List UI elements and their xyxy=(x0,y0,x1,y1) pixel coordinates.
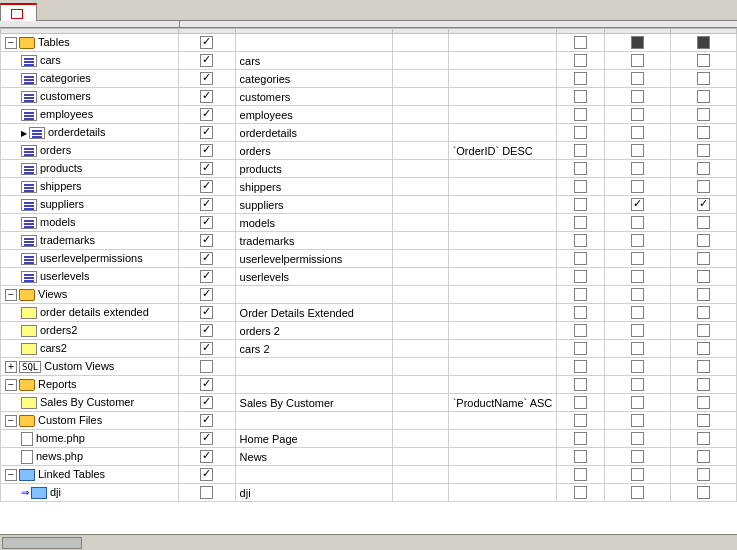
inline-add-cell xyxy=(604,268,670,286)
name-cell[interactable]: orders2 xyxy=(1,322,179,340)
inline-copy-cell xyxy=(670,124,736,142)
inline-copy-cell xyxy=(670,448,736,466)
inline-copy-cell xyxy=(670,394,736,412)
row-label: Tables xyxy=(38,36,70,48)
default-cell xyxy=(557,124,605,142)
caption-cell: trademarks xyxy=(235,232,392,250)
name-cell[interactable]: orders xyxy=(1,142,179,160)
table-row: −Reports xyxy=(1,376,737,394)
view-icon xyxy=(21,307,37,319)
tree-toggle[interactable]: + xyxy=(5,361,17,373)
caption-cell xyxy=(235,358,392,376)
name-cell[interactable]: userlevels xyxy=(1,268,179,286)
name-cell[interactable]: shippers xyxy=(1,178,179,196)
inline-add-cell xyxy=(604,358,670,376)
caption-cell: Order Details Extended xyxy=(235,304,392,322)
inline-copy-cell xyxy=(670,340,736,358)
table-row: userlevelpermissionsuserlevelpermissions xyxy=(1,250,737,268)
row-label: cars xyxy=(40,54,61,66)
tree-toggle[interactable]: − xyxy=(5,469,17,481)
column-group-header xyxy=(0,21,737,28)
default-cell xyxy=(557,106,605,124)
table-row: +SQLCustom Views xyxy=(1,358,737,376)
row-label: cars2 xyxy=(40,342,67,354)
caption-cell: orderdetails xyxy=(235,124,392,142)
inline-copy-cell xyxy=(670,70,736,88)
generate-cell xyxy=(178,52,235,70)
row-label: Sales By Customer xyxy=(40,396,134,408)
caption-cell: cars xyxy=(235,52,392,70)
inline-add-cell xyxy=(604,376,670,394)
tab-tables[interactable] xyxy=(0,3,37,21)
filter-cell xyxy=(392,106,448,124)
main-table-area: −Tablescarscarscategoriescategoriescusto… xyxy=(0,28,737,534)
sort-cell xyxy=(448,250,557,268)
filter-cell xyxy=(392,358,448,376)
inline-add-cell xyxy=(604,448,670,466)
scroll-thumb[interactable] xyxy=(2,537,82,549)
generate-cell xyxy=(178,214,235,232)
filter-cell xyxy=(392,88,448,106)
name-cell[interactable]: −Tables xyxy=(1,34,179,52)
name-cell[interactable]: userlevelpermissions xyxy=(1,250,179,268)
generate-cell xyxy=(178,430,235,448)
caption-cell xyxy=(235,34,392,52)
inline-copy-cell xyxy=(670,484,736,502)
generate-cell xyxy=(178,340,235,358)
tree-toggle[interactable]: − xyxy=(5,289,17,301)
row-label: trademarks xyxy=(40,234,95,246)
tree-toggle[interactable]: − xyxy=(5,37,17,49)
generate-cell xyxy=(178,178,235,196)
name-cell[interactable]: order details extended xyxy=(1,304,179,322)
inline-copy-cell xyxy=(670,268,736,286)
row-label: shippers xyxy=(40,180,82,192)
default-cell xyxy=(557,376,605,394)
sort-cell xyxy=(448,232,557,250)
filter-cell xyxy=(392,142,448,160)
name-cell[interactable]: employees xyxy=(1,106,179,124)
name-cell[interactable]: ▶orderdetails xyxy=(1,124,179,142)
inline-add-cell xyxy=(604,88,670,106)
caption-cell xyxy=(235,412,392,430)
horizontal-scrollbar[interactable] xyxy=(0,534,737,550)
inline-add-cell xyxy=(604,160,670,178)
generate-cell xyxy=(178,232,235,250)
name-cell[interactable]: −Linked Tables xyxy=(1,466,179,484)
sort-cell xyxy=(448,430,557,448)
inline-add-cell xyxy=(604,142,670,160)
name-cell[interactable]: categories xyxy=(1,70,179,88)
tree-toggle[interactable]: − xyxy=(5,415,17,427)
caption-cell: employees xyxy=(235,106,392,124)
name-cell[interactable]: suppliers xyxy=(1,196,179,214)
name-cell[interactable]: cars xyxy=(1,52,179,70)
row-label: Custom Files xyxy=(38,414,102,426)
name-cell[interactable]: models xyxy=(1,214,179,232)
table-icon xyxy=(21,145,37,157)
table-row: Sales By CustomerSales By Customer`Produ… xyxy=(1,394,737,412)
name-cell[interactable]: products xyxy=(1,160,179,178)
name-cell[interactable]: ⇒dji xyxy=(1,484,179,502)
inline-copy-cell xyxy=(670,286,736,304)
col-group-table xyxy=(0,21,180,27)
name-cell[interactable]: cars2 xyxy=(1,340,179,358)
name-cell[interactable]: +SQLCustom Views xyxy=(1,358,179,376)
name-cell[interactable]: −Views xyxy=(1,286,179,304)
name-cell[interactable]: home.php xyxy=(1,430,179,448)
table-icon xyxy=(21,91,37,103)
name-cell[interactable]: Sales By Customer xyxy=(1,394,179,412)
sort-cell xyxy=(448,88,557,106)
name-cell[interactable]: customers xyxy=(1,88,179,106)
sort-cell xyxy=(448,214,557,232)
generate-cell xyxy=(178,448,235,466)
table-row: news.phpNews xyxy=(1,448,737,466)
default-cell xyxy=(557,412,605,430)
linked-icon xyxy=(31,487,47,499)
name-cell[interactable]: trademarks xyxy=(1,232,179,250)
name-cell[interactable]: news.php xyxy=(1,448,179,466)
inline-add-cell xyxy=(604,286,670,304)
name-cell[interactable]: −Custom Files xyxy=(1,412,179,430)
filter-cell xyxy=(392,466,448,484)
folder-icon xyxy=(19,289,35,301)
name-cell[interactable]: −Reports xyxy=(1,376,179,394)
tree-toggle[interactable]: − xyxy=(5,379,17,391)
